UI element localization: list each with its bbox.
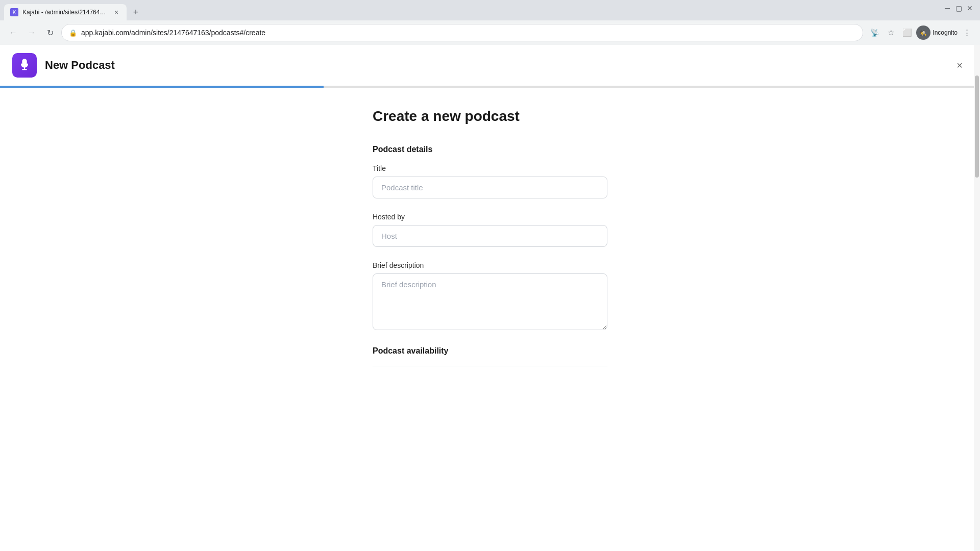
incognito-section[interactable]: 🕵 Incognito (916, 26, 958, 40)
podcast-icon (12, 53, 37, 78)
title-input[interactable] (373, 177, 607, 198)
forward-button[interactable]: → (24, 26, 39, 40)
header-left: New Podcast (12, 53, 115, 78)
description-textarea[interactable] (373, 273, 607, 330)
form-title: Create a new podcast (373, 108, 607, 124)
title-label: Title (373, 164, 607, 172)
new-tab-button[interactable]: + (129, 5, 143, 19)
page-header: New Podcast × (0, 45, 980, 86)
hosted-by-form-group: Hosted by (373, 213, 607, 247)
page-title: New Podcast (45, 59, 115, 72)
address-text: app.kajabi.com/admin/sites/2147647163/po… (81, 29, 855, 37)
close-button[interactable]: × (951, 57, 968, 73)
section-label: Podcast details (373, 145, 607, 154)
extensions-button[interactable]: ⬜ (900, 26, 914, 40)
browser-chrome: K Kajabi - /admin/sites/214764716 × + ─ … (0, 0, 980, 45)
scrollbar-thumb[interactable] (975, 76, 979, 178)
description-label: Brief description (373, 261, 607, 269)
bookmark-button[interactable]: ☆ (884, 26, 898, 40)
description-form-group: Brief description (373, 261, 607, 332)
browser-toolbar: ← → ↻ 🔒 app.kajabi.com/admin/sites/21476… (0, 20, 980, 45)
hosted-by-label: Hosted by (373, 213, 607, 221)
more-button[interactable]: ⋮ (960, 26, 974, 40)
tab-bar: K Kajabi - /admin/sites/214764716 × + ─ … (0, 0, 980, 20)
main-content: Create a new podcast Podcast details Tit… (0, 88, 980, 551)
availability-divider (373, 366, 607, 366)
back-button[interactable]: ← (6, 26, 20, 40)
title-form-group: Title (373, 164, 607, 198)
microphone-icon (17, 58, 32, 72)
tab-title: Kajabi - /admin/sites/214764716 (22, 9, 108, 16)
scrollbar-track[interactable] (974, 45, 980, 551)
maximize-button[interactable]: ▢ (954, 4, 963, 12)
tab-close-button[interactable]: × (112, 8, 120, 16)
address-bar[interactable]: 🔒 app.kajabi.com/admin/sites/2147647163/… (61, 24, 863, 41)
active-tab[interactable]: K Kajabi - /admin/sites/214764716 × (4, 4, 127, 20)
incognito-avatar: 🕵 (916, 26, 930, 40)
availability-section: Podcast availability (373, 346, 607, 366)
window-close-button[interactable]: ✕ (966, 4, 974, 12)
hosted-by-input[interactable] (373, 225, 607, 247)
lock-icon: 🔒 (69, 29, 77, 37)
content-inner: Create a new podcast Podcast details Tit… (362, 108, 618, 366)
toolbar-actions: 📡 ☆ ⬜ 🕵 Incognito ⋮ (867, 26, 974, 40)
incognito-label: Incognito (933, 29, 958, 36)
refresh-button[interactable]: ↻ (43, 26, 57, 40)
tab-favicon: K (10, 8, 18, 16)
cast-button[interactable]: 📡 (867, 26, 881, 40)
minimize-button[interactable]: ─ (943, 4, 951, 12)
availability-label: Podcast availability (373, 346, 607, 356)
page-wrapper: New Podcast × Create a new podcast Podca… (0, 45, 980, 551)
